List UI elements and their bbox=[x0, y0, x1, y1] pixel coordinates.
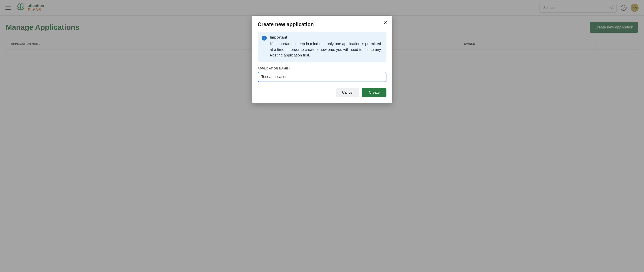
create-application-modal: Create new application i Important! It's… bbox=[252, 16, 392, 103]
required-marker: * bbox=[289, 67, 290, 70]
field-label-text: APPLICATION NAME bbox=[258, 67, 288, 70]
create-button[interactable]: Create bbox=[362, 88, 386, 97]
application-name-input[interactable] bbox=[258, 72, 386, 82]
modal-actions: Cancel Create bbox=[258, 88, 386, 97]
info-notice: i Important! It's important to keep in m… bbox=[258, 32, 386, 62]
modal-close-button[interactable] bbox=[383, 21, 387, 26]
cancel-button[interactable]: Cancel bbox=[336, 88, 359, 97]
close-icon bbox=[383, 22, 387, 25]
notice-heading: Important! bbox=[270, 35, 382, 40]
notice-text: It's important to keep in mind that only… bbox=[270, 41, 382, 58]
modal-title: Create new application bbox=[258, 22, 386, 28]
modal-overlay[interactable]: Create new application i Important! It's… bbox=[0, 0, 644, 272]
notice-body: Important! It's important to keep in min… bbox=[270, 35, 382, 58]
info-icon: i bbox=[262, 36, 267, 41]
application-name-label: APPLICATION NAME* bbox=[258, 67, 386, 70]
